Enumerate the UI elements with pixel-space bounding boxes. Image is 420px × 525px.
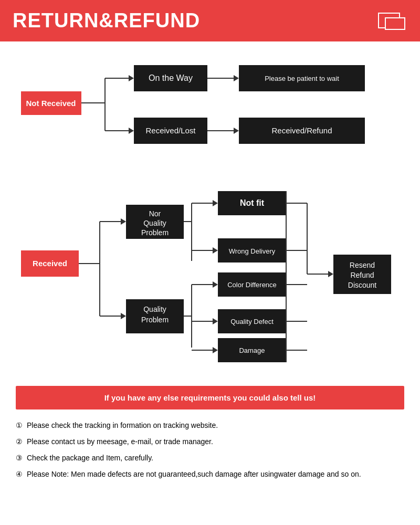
note-2-num: ② (16, 436, 23, 447)
svg-marker-15 (129, 128, 134, 134)
svg-text:Nor: Nor (149, 209, 161, 218)
note-4-text: Please Note: Men made defects are not gu… (27, 469, 361, 480)
note-3-num: ③ (16, 453, 23, 464)
svg-marker-33 (121, 313, 126, 319)
svg-marker-44 (213, 247, 218, 254)
note-1-text: Please check the tracking in formation o… (27, 420, 218, 431)
received-flowchart: Received Nor Quality Problem Quality Pro… (16, 169, 399, 374)
page-header: RETURN&REFUND (0, 0, 420, 41)
svg-text:Wrong Delivery: Wrong Delivery (229, 247, 276, 255)
svg-text:Received/Lost: Received/Lost (145, 126, 196, 135)
svg-marker-11 (234, 75, 239, 81)
svg-marker-40 (213, 200, 218, 206)
main-content: Not Received On the Way Please be patien… (0, 41, 420, 501)
svg-text:Quality: Quality (143, 219, 166, 227)
svg-text:Color Difference: Color Difference (227, 281, 277, 289)
svg-text:Problem: Problem (141, 316, 169, 324)
svg-marker-19 (234, 128, 239, 134)
note-3-text: Check the package and Item, carefully. (27, 453, 153, 464)
info-box: If you have any else requirements you co… (16, 386, 404, 410)
note-3: ③ Check the package and Item, carefully. (16, 453, 404, 464)
not-received-flowchart: Not Received On the Way Please be patien… (16, 52, 394, 157)
note-2-text: Please contact us by meesage, e-mail, or… (27, 436, 213, 447)
note-4-num: ④ (16, 469, 23, 480)
svg-text:Quality Defect: Quality Defect (230, 318, 274, 326)
svg-text:Not Received: Not Received (26, 99, 76, 108)
svg-rect-1 (385, 18, 405, 29)
svg-text:Problem: Problem (141, 228, 169, 237)
note-2: ② Please contact us by meesage, e-mail, … (16, 436, 404, 447)
page-title: RETURN&REFUND (13, 9, 200, 32)
svg-text:Not fit: Not fit (240, 198, 265, 207)
svg-text:Please be patient to wait: Please be patient to wait (265, 75, 339, 82)
svg-marker-58 (213, 347, 218, 353)
note-1: ① Please check the tracking in formation… (16, 420, 404, 431)
svg-marker-65 (328, 271, 333, 277)
info-box-text: If you have any else requirements you co… (104, 393, 316, 402)
svg-marker-27 (121, 218, 126, 225)
svg-text:Damage: Damage (239, 346, 265, 354)
svg-marker-54 (213, 318, 218, 324)
svg-text:Received: Received (33, 259, 67, 268)
not-received-section: Not Received On the Way Please be patien… (16, 52, 404, 159)
svg-text:Received/Refund: Received/Refund (271, 126, 332, 135)
svg-text:Quality: Quality (143, 305, 166, 313)
header-decoration (376, 10, 407, 32)
note-4: ④ Please Note: Men made defects are not … (16, 469, 404, 480)
svg-marker-50 (213, 281, 218, 288)
svg-marker-7 (129, 75, 134, 81)
notes-section: ① Please check the tracking in formation… (16, 420, 404, 480)
svg-text:On the Way: On the Way (149, 74, 193, 82)
received-section: Received Nor Quality Problem Quality Pro… (16, 169, 404, 375)
svg-text:Resend: Resend (350, 261, 375, 269)
svg-text:Refund: Refund (350, 271, 374, 279)
note-1-num: ① (16, 420, 23, 431)
svg-text:Discount: Discount (348, 281, 377, 289)
